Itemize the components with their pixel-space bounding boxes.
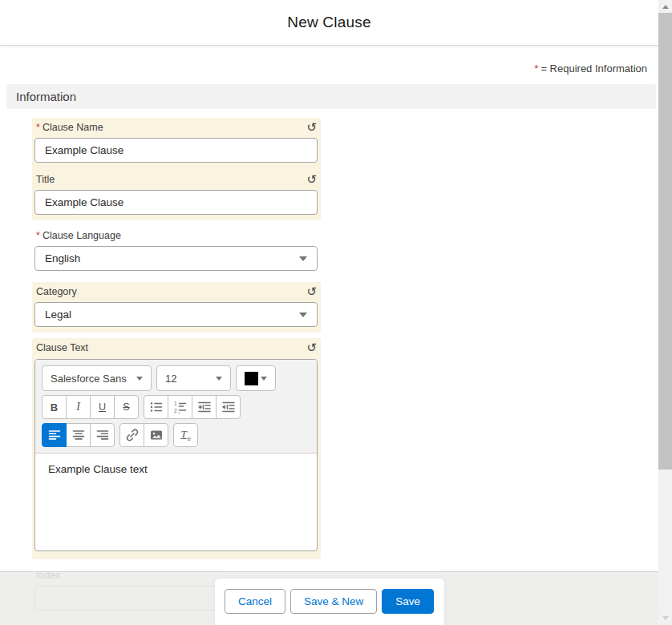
chevron-down-icon xyxy=(299,312,307,317)
required-asterisk: * xyxy=(36,122,40,133)
section-header-information: Information xyxy=(6,84,656,109)
clear-formatting-icon[interactable]: Tx xyxy=(173,423,198,447)
category-select[interactable]: Legal xyxy=(34,302,318,327)
undo-icon[interactable]: ↺ xyxy=(306,286,317,297)
format-button-group: B I U S xyxy=(42,395,139,419)
category-value: Legal xyxy=(45,308,71,321)
field-category: Category ↺ Legal xyxy=(32,282,321,333)
field-clause-text: Clause Text ↺ Salesforce Sans 12 xyxy=(32,338,321,559)
field-clause-language: *Clause Language English xyxy=(32,226,321,276)
chevron-down-icon xyxy=(299,256,307,261)
footer-button-panel: Cancel Save & New Save xyxy=(215,579,444,625)
modal-header: New Clause xyxy=(0,0,658,46)
required-asterisk: * xyxy=(534,62,538,75)
vertical-scrollbar[interactable] xyxy=(658,0,672,625)
title-label: Title xyxy=(36,174,55,186)
clause-language-label: *Clause Language xyxy=(36,230,121,242)
clause-text-editor-body[interactable]: Example Clause text xyxy=(35,454,317,550)
bold-button[interactable]: B xyxy=(42,395,67,419)
indent-icon[interactable] xyxy=(192,395,217,419)
color-swatch xyxy=(245,372,258,385)
scroll-up-arrow-icon[interactable] xyxy=(658,0,672,14)
rte-toolbar-row-2: B I U S xyxy=(42,395,310,419)
list-button-group: 1 2 xyxy=(144,395,241,419)
bullet-list-icon[interactable] xyxy=(144,395,168,419)
required-asterisk: * xyxy=(36,230,40,241)
clause-text-label-row: Clause Text ↺ xyxy=(34,341,318,358)
section-title: Information xyxy=(16,90,76,103)
cancel-button[interactable]: Cancel xyxy=(225,589,285,614)
category-label-row: Category ↺ xyxy=(34,284,318,302)
italic-button[interactable]: I xyxy=(66,395,91,419)
chevron-down-icon xyxy=(136,377,143,381)
rte-toolbar-row-3: Tx xyxy=(42,423,310,447)
image-icon[interactable] xyxy=(144,423,168,447)
undo-icon[interactable]: ↺ xyxy=(306,122,317,133)
docked-footer: Cancel Save & New Save xyxy=(0,571,658,625)
clause-text-label: Clause Text xyxy=(36,342,88,354)
save-button[interactable]: Save xyxy=(382,589,434,614)
required-info-note: *= Required Information xyxy=(0,62,647,75)
svg-text:1: 1 xyxy=(174,401,177,406)
field-group-name-title: *Clause Name ↺ Title ↺ xyxy=(32,118,321,220)
rte-toolbar-row-1: Salesforce Sans 12 xyxy=(42,365,310,391)
link-icon[interactable] xyxy=(119,423,144,447)
chevron-down-icon xyxy=(216,377,222,381)
chevron-down-icon xyxy=(261,377,267,381)
rich-text-editor: Salesforce Sans 12 B xyxy=(34,359,318,551)
clause-name-label-row: *Clause Name ↺ xyxy=(34,120,318,138)
font-family-select[interactable]: Salesforce Sans xyxy=(42,365,152,391)
form-column: *Clause Name ↺ Title ↺ *Clause Language … xyxy=(32,118,321,616)
outdent-icon[interactable] xyxy=(216,395,241,419)
align-left-icon[interactable] xyxy=(42,423,67,447)
numbered-list-icon[interactable]: 1 2 xyxy=(168,395,192,419)
undo-icon[interactable]: ↺ xyxy=(306,174,317,185)
scroll-down-arrow-icon[interactable] xyxy=(658,611,672,625)
scrollbar-thumb[interactable] xyxy=(658,13,672,470)
page-title: New Clause xyxy=(287,14,370,31)
text-color-button[interactable] xyxy=(236,365,276,391)
undo-icon[interactable]: ↺ xyxy=(306,342,317,353)
font-size-value: 12 xyxy=(165,373,176,385)
clause-name-input[interactable] xyxy=(34,138,318,163)
font-size-select[interactable]: 12 xyxy=(156,365,231,391)
align-button-group xyxy=(42,423,115,447)
clause-language-select[interactable]: English xyxy=(34,246,318,271)
align-right-icon[interactable] xyxy=(90,423,115,447)
title-input[interactable] xyxy=(34,190,318,215)
insert-button-group xyxy=(119,423,168,447)
svg-text:2: 2 xyxy=(174,408,177,413)
required-note-text: = Required Information xyxy=(540,62,647,75)
clause-language-label-row: *Clause Language xyxy=(34,228,318,246)
title-label-row: Title ↺ xyxy=(34,172,318,190)
category-label: Category xyxy=(36,286,77,298)
underline-button[interactable]: U xyxy=(90,395,115,419)
save-and-new-button[interactable]: Save & New xyxy=(290,589,377,614)
align-center-icon[interactable] xyxy=(66,423,91,447)
clause-name-label: *Clause Name xyxy=(36,122,103,134)
font-family-value: Salesforce Sans xyxy=(51,373,127,385)
rte-toolbar: Salesforce Sans 12 B xyxy=(35,360,317,454)
strikethrough-button[interactable]: S xyxy=(114,395,139,419)
clause-language-value: English xyxy=(45,252,80,264)
